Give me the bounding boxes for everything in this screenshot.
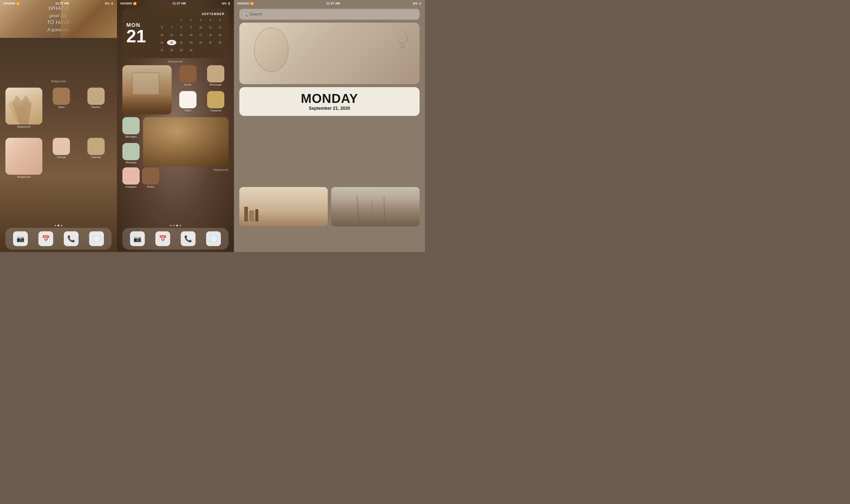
app-item-widgetsmith-small[interactable]: Widgetsmith (5, 88, 42, 128)
messenger-label: Messenger (210, 84, 222, 86)
battery-icon-2: 🔋 (228, 2, 230, 5)
status-battery-2: 32% 🔋 (222, 2, 230, 5)
app-facebook[interactable]: Facebook (203, 91, 229, 114)
cal-cell: 30 (187, 48, 195, 53)
dock-mail-2[interactable]: ✉️ (206, 231, 221, 246)
app-item-settings[interactable]: Settings (46, 138, 77, 159)
dot-2-2 (173, 225, 175, 227)
bottom-photo-reeds (331, 187, 420, 227)
status-carrier-1: ROGERS 📶 (3, 2, 20, 5)
wifi-icon-3: 📶 (250, 2, 254, 5)
cal-cell (206, 48, 215, 53)
cal-cell: 19 (215, 33, 225, 38)
widgetsmith-right-label: Widgetsmith (213, 168, 229, 171)
cal-today: 21 (167, 40, 176, 45)
monday-date-text: September 21, 2020 (309, 106, 350, 111)
cal-cell: 24 (196, 40, 205, 45)
dock-calendar-2[interactable]: 📅 (155, 231, 170, 246)
cal-cell: 17 (196, 33, 205, 38)
msg-wa-col: Messages Whatsapp (122, 117, 140, 166)
widget-photo-2[interactable] (122, 65, 172, 114)
cal-cell: 18 (206, 33, 215, 38)
phone-2: ROGERS 📶 11:37 AM 32% 🔋 MON 21 SEPTEMBER… (117, 0, 234, 252)
app-row-1: Widgetsmith Notes Weather (5, 88, 111, 128)
carrier-text-3: ROGERS (237, 2, 249, 5)
cal-cell: 2 (187, 17, 195, 23)
app-item-calendar[interactable]: Calendar (81, 138, 112, 159)
app-spotify[interactable]: Spotify (175, 65, 201, 89)
app-whatsapp[interactable]: Whatsapp (122, 143, 140, 166)
notes-label: Notes (58, 106, 65, 109)
cal-cell: 26 (215, 40, 225, 45)
cal-cell: 7 (167, 25, 176, 30)
app-item-weather[interactable]: Weather (81, 88, 112, 109)
dot-2-1 (170, 225, 172, 227)
cal-cell: 5 (215, 17, 225, 23)
dock-camera-2[interactable]: 📷 (130, 231, 145, 246)
spotify-label: Spotify (184, 84, 192, 86)
cal-cell: 6 (157, 25, 166, 30)
cal-left: MON 21 (126, 12, 154, 55)
cal-cell: 16 (187, 33, 195, 38)
dock-camera-1[interactable]: 📷 (13, 231, 28, 246)
app-instagram[interactable]: Instagram (122, 167, 140, 188)
dock-phone-1[interactable]: 📞 (64, 231, 78, 246)
app-twitter[interactable]: Twitter (175, 91, 201, 114)
cal-cell (167, 17, 176, 23)
cal-cell: 1 (177, 17, 186, 23)
cal-cell: 9 (187, 25, 195, 30)
cal-cell (196, 48, 205, 53)
dock-phone-2[interactable]: 📞 (181, 231, 195, 246)
battery-text-3: 32% (413, 2, 418, 5)
cal-cell: 8 (177, 25, 186, 30)
app-messages[interactable]: Messages (122, 117, 140, 141)
app-item-notes[interactable]: Notes (46, 88, 77, 109)
weather-label: Weather (91, 106, 101, 109)
widgetsmith-2-label: Widgetsmith (17, 176, 31, 178)
battery-icon-1: 🔋 (110, 2, 113, 5)
app-messenger[interactable]: Messenger (203, 65, 229, 89)
whatsapp-label: Whatsapp (125, 161, 137, 164)
cal-grid: 1 2 3 4 5 6 7 8 9 10 11 12 13 14 15 16 1… (157, 17, 225, 55)
cal-cell: 10 (196, 25, 205, 30)
widget-label-1: Widgetsmith (0, 80, 117, 83)
cal-day-num: 21 (126, 27, 146, 45)
cal-cell: 15 (177, 33, 186, 38)
search-bar[interactable]: 🔍 Search (240, 9, 420, 20)
battery-icon-3: 🔋 (419, 2, 422, 5)
app-item-widgetsmith-2[interactable]: Widgetsmith (5, 138, 42, 178)
cal-cell: 23 (187, 40, 195, 45)
widget-photo-right[interactable] (143, 117, 229, 166)
status-battery-1: 32% 🔋 (105, 2, 113, 5)
dock-calendar-1[interactable]: 📅 (38, 231, 53, 246)
photos-label: Photos (147, 185, 154, 188)
status-time-3: 11:37 AM (326, 2, 340, 5)
dot-1-3 (61, 225, 63, 227)
cal-month: SEPTEMBER (157, 12, 225, 16)
status-time-2: 11:37 AM (172, 2, 186, 5)
status-battery-3: 32% 🔋 (413, 2, 422, 5)
dock-mail-1[interactable]: ✉️ (89, 231, 104, 246)
widgetsmith-small-label: Widgetsmith (17, 126, 31, 128)
icon-grid-2x2: Spotify Messenger Twitter Facebook (175, 65, 229, 114)
carrier-text-2: ROGERS (120, 2, 132, 5)
page-dots-1 (0, 225, 117, 227)
dock-2: 📷 📅 📞 ✉️ (122, 228, 229, 250)
app-row-2: Widgetsmith Settings Calendar (5, 138, 111, 178)
hero-image (240, 23, 420, 84)
app-photos[interactable]: Photos (142, 167, 159, 188)
status-bar-3: ROGERS 📶 11:37 AM 32% 🔋 (234, 0, 425, 7)
search-icon: 🔍 (243, 12, 248, 17)
cal-cell: 14 (167, 33, 176, 38)
dot-2-3 (176, 225, 178, 227)
calendar-label: Calendar (91, 156, 101, 159)
phone-1: ROGERS 📶 11:37 AM 32% 🔋 WHAT Agood dayTO… (0, 0, 117, 252)
search-placeholder: Search (250, 12, 262, 17)
cal-cell: 28 (167, 48, 176, 53)
cal-cell: 27 (157, 48, 166, 53)
status-carrier-2: ROGERS 📶 (120, 2, 137, 5)
wifi-icon-2: 📶 (133, 2, 137, 5)
dot-1-2 (58, 225, 59, 227)
middle-row: Spotify Messenger Twitter Facebook (122, 65, 229, 114)
cal-cell: 11 (206, 25, 215, 30)
